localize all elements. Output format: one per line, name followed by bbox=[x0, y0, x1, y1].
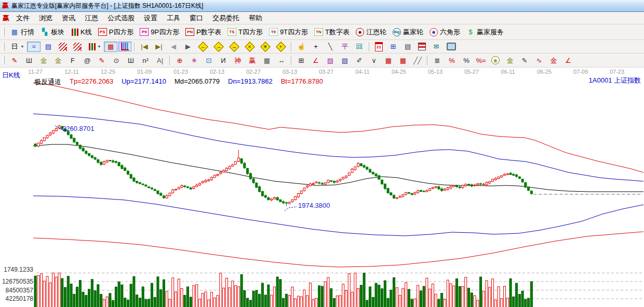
zoom-out-button[interactable]: × bbox=[243, 41, 257, 52]
percent-eq-tool[interactable]: %= bbox=[474, 55, 488, 65]
notepad-button[interactable]: ▤ bbox=[401, 42, 414, 52]
nine-step-button[interactable]: 9 bbox=[71, 42, 84, 52]
circle-target-tool[interactable]: ⊕ bbox=[173, 55, 186, 65]
hexagon-button[interactable]: ◉六角形 bbox=[427, 26, 463, 38]
gann-map-button[interactable]: ▩ bbox=[104, 42, 117, 52]
n-square-tool[interactable]: n² bbox=[139, 55, 152, 65]
price-scale-tool[interactable]: ≣ bbox=[431, 55, 444, 65]
menu-formula-stock-pick[interactable]: 公式选股 bbox=[103, 12, 139, 24]
square-target-tool[interactable]: ⊡ bbox=[202, 55, 216, 65]
toolbar-grip[interactable] bbox=[2, 43, 5, 51]
red-grid2-tool[interactable]: ▦ bbox=[396, 55, 410, 65]
v-lines-tool[interactable]: ∨ bbox=[367, 55, 381, 65]
ying-tool[interactable]: 赢 bbox=[246, 55, 259, 65]
box-tool[interactable]: ⊞ bbox=[294, 55, 308, 65]
gann-wheel-button[interactable]: ◉江恩轮 bbox=[353, 26, 389, 38]
tick-ruler-tool[interactable]: Ш bbox=[124, 55, 138, 65]
percent-tool[interactable]: % bbox=[460, 55, 473, 65]
winner-wheel-button[interactable]: Big赢家轮 bbox=[390, 26, 426, 38]
t-number-table-button[interactable]: TNT数字表 bbox=[312, 26, 352, 38]
workstation-button[interactable] bbox=[444, 42, 459, 51]
menu-gann[interactable]: 江恩 bbox=[80, 12, 103, 24]
span-arrow-tool[interactable]: ↔ bbox=[275, 55, 288, 65]
nine-p-square-button[interactable]: P99P四方形 bbox=[137, 26, 182, 38]
spiral-tool[interactable]: @ bbox=[81, 55, 94, 65]
toolbar-grip[interactable] bbox=[2, 28, 5, 36]
f-ruler-tool[interactable]: F bbox=[66, 55, 79, 65]
calculator-button[interactable]: ⊞ bbox=[386, 42, 400, 52]
fan-lines-tool[interactable]: ∠ bbox=[309, 55, 323, 65]
clock-tool[interactable]: ⊙ bbox=[110, 55, 123, 65]
formula-list-button[interactable]: ▤ bbox=[42, 42, 55, 52]
sectors-button[interactable]: ▚板块 bbox=[38, 26, 67, 38]
first-page-button[interactable]: |◀ bbox=[138, 42, 151, 52]
square-fan2-tool[interactable]: ▧ bbox=[338, 55, 352, 65]
menu-window[interactable]: 窗口 bbox=[185, 12, 208, 24]
ping-tool-button[interactable]: 平 bbox=[338, 42, 352, 52]
period-day-button-dropdown-icon[interactable]: ▾ bbox=[21, 44, 23, 49]
volume-pane-button[interactable] bbox=[118, 42, 131, 51]
red-brush-tool[interactable]: ✎ bbox=[95, 55, 109, 65]
candle-style-button[interactable]: ▾ bbox=[85, 42, 103, 51]
period-day-button[interactable]: 日▾ bbox=[8, 42, 26, 52]
app-window: 赢 赢家江恩专业版[赢家内部服务平台] - [上证指数 SH1A0001-167… bbox=[0, 0, 644, 307]
menu-news[interactable]: 资讯 bbox=[57, 12, 80, 24]
gold-gann-tool[interactable]: 金 bbox=[37, 55, 50, 65]
flag-pencil-tool[interactable]: ✎ bbox=[518, 55, 531, 65]
red-wave-tool[interactable]: ∿ bbox=[532, 55, 546, 65]
trend-pencil-tool[interactable]: ✐ bbox=[353, 55, 366, 65]
three-step-button[interactable]: 3 bbox=[56, 42, 70, 52]
red-grid-tool[interactable]: ▦ bbox=[382, 55, 395, 65]
menu-help[interactable]: 帮助 bbox=[244, 12, 267, 24]
zoom-all-button[interactable]: ✳ bbox=[258, 41, 273, 52]
kline-button[interactable]: K线 bbox=[68, 26, 95, 38]
pan-left-button[interactable]: ← bbox=[196, 41, 210, 52]
p-number-table-button[interactable]: PNP数字表 bbox=[183, 26, 224, 38]
crosshair-tool-button[interactable]: + bbox=[309, 42, 323, 52]
parallel-lines-tool[interactable]: ╱╱ bbox=[411, 55, 424, 65]
menu-file[interactable]: 文件 bbox=[11, 12, 34, 24]
menu-tools[interactable]: 工具 bbox=[162, 12, 185, 24]
nine-t-square-button[interactable]: T99T四方形 bbox=[266, 26, 311, 38]
chart-canvas[interactable] bbox=[0, 68, 644, 307]
menu-trade-order[interactable]: 交易委托 bbox=[208, 12, 244, 24]
gold-line-tool[interactable]: 金 bbox=[503, 55, 517, 65]
menu-browse[interactable]: 浏览 bbox=[34, 12, 57, 24]
toolbar-grip[interactable] bbox=[2, 56, 5, 64]
quotes-button[interactable]: ▦行情 bbox=[8, 26, 37, 38]
hand-tool-button[interactable]: ☝ bbox=[294, 42, 308, 52]
last-page-button[interactable]: ▶| bbox=[152, 42, 166, 52]
star-target-tool[interactable]: ✳ bbox=[187, 55, 201, 65]
menu-settings[interactable]: 设置 bbox=[139, 12, 162, 24]
ruler-tool[interactable]: Ш bbox=[22, 55, 36, 65]
next-page-button[interactable]: ▶ bbox=[181, 42, 195, 52]
line-draw-button[interactable]: ╲ bbox=[324, 42, 337, 52]
j-angle-tool[interactable]: ∠ bbox=[561, 55, 575, 65]
text-label-tool[interactable]: A| bbox=[153, 55, 167, 65]
save-button[interactable] bbox=[415, 42, 428, 51]
calendar-button[interactable]: 21 bbox=[372, 41, 385, 52]
gold-gann2-tool[interactable]: 金 bbox=[51, 55, 65, 65]
red-gold-tool[interactable]: 金 bbox=[547, 55, 560, 65]
p-square-button[interactable]: PSP四方形 bbox=[96, 26, 137, 38]
winner-service-button[interactable]: $赢家服务 bbox=[464, 26, 506, 38]
zoom-in-button[interactable]: + bbox=[274, 41, 288, 52]
maze-tool-button[interactable]: 回 bbox=[353, 42, 366, 52]
t-square-button[interactable]: TST四方形 bbox=[225, 26, 265, 38]
nine-p-square-icon: P9 bbox=[140, 28, 149, 36]
candle-style-button-dropdown-icon[interactable]: ▾ bbox=[98, 44, 100, 49]
date-label: 12-11 bbox=[64, 69, 78, 75]
pan-right-button[interactable]: → bbox=[211, 41, 226, 52]
grid-number-tool[interactable]: ▦ bbox=[260, 55, 274, 65]
percent-line-tool[interactable]: % bbox=[445, 55, 459, 65]
k-wave-tool[interactable]: И bbox=[217, 55, 230, 65]
kline-chart[interactable]: 日K线 11-2712-1112-2501-0901-2302-1302-270… bbox=[0, 68, 644, 307]
zigzag-chart-button[interactable]: ≈ bbox=[27, 42, 41, 52]
mail-button[interactable]: ✉ bbox=[430, 42, 443, 52]
gold-circle-tool[interactable]: 金 bbox=[489, 55, 502, 65]
square-fan-tool[interactable]: ▨ bbox=[324, 55, 337, 65]
zoom-horizontal-button[interactable]: ↔ bbox=[227, 41, 242, 52]
prev-page-button[interactable]: ◀ bbox=[167, 42, 180, 52]
shen-tool[interactable]: 神 bbox=[231, 55, 245, 65]
brush-tool[interactable]: ✎ bbox=[8, 55, 21, 65]
